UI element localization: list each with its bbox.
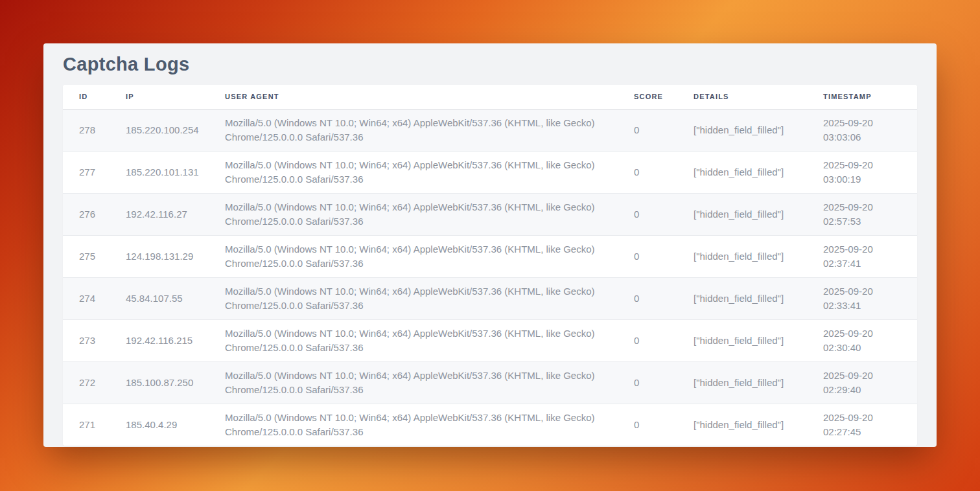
cell-timestamp: 2025-09-20 02:27:45 [807, 404, 917, 446]
cell-id: 272 [63, 361, 110, 404]
captcha-logs-card: Captcha Logs ID IP USER AGENT SCORE DETA… [43, 43, 937, 447]
captcha-logs-table: ID IP USER AGENT SCORE DETAILS TIMESTAMP… [63, 85, 917, 446]
cell-id: 275 [63, 235, 110, 277]
cell-score: 0 [618, 151, 677, 193]
cell-score: 0 [618, 361, 677, 404]
cell-user-agent: Mozilla/5.0 (Windows NT 10.0; Win64; x64… [209, 277, 618, 319]
cell-ip: 185.220.101.131 [110, 151, 209, 193]
cell-user-agent: Mozilla/5.0 (Windows NT 10.0; Win64; x64… [209, 109, 618, 151]
cell-user-agent: Mozilla/5.0 (Windows NT 10.0; Win64; x64… [209, 319, 618, 361]
page-background: Captcha Logs ID IP USER AGENT SCORE DETA… [0, 0, 980, 491]
cell-id: 273 [63, 319, 110, 361]
cell-user-agent: Mozilla/5.0 (Windows NT 10.0; Win64; x64… [209, 235, 618, 277]
cell-ip: 192.42.116.215 [110, 319, 209, 361]
cell-id: 277 [63, 151, 110, 193]
cell-details: ["hidden_field_filled"] [677, 193, 807, 235]
cell-details: ["hidden_field_filled"] [677, 235, 807, 277]
column-header-timestamp: TIMESTAMP [807, 85, 917, 109]
cell-id: 271 [63, 404, 110, 446]
column-header-ip: IP [110, 85, 209, 109]
cell-details: ["hidden_field_filled"] [677, 151, 807, 193]
table-body: 278 185.220.100.254 Mozilla/5.0 (Windows… [63, 109, 917, 446]
page-title: Captcha Logs [63, 43, 917, 85]
cell-timestamp: 2025-09-20 02:37:41 [807, 235, 917, 277]
cell-user-agent: Mozilla/5.0 (Windows NT 10.0; Win64; x64… [209, 151, 618, 193]
cell-ip: 124.198.131.29 [110, 235, 209, 277]
cell-user-agent: Mozilla/5.0 (Windows NT 10.0; Win64; x64… [209, 404, 618, 446]
cell-id: 276 [63, 193, 110, 235]
cell-details: ["hidden_field_filled"] [677, 277, 807, 319]
table-row: 271 185.40.4.29 Mozilla/5.0 (Windows NT … [63, 404, 917, 446]
column-header-score: SCORE [618, 85, 677, 109]
column-header-user-agent: USER AGENT [209, 85, 618, 109]
column-header-id: ID [63, 85, 110, 109]
cell-timestamp: 2025-09-20 03:03:06 [807, 109, 917, 151]
cell-timestamp: 2025-09-20 02:30:40 [807, 319, 917, 361]
table-row: 276 192.42.116.27 Mozilla/5.0 (Windows N… [63, 193, 917, 235]
cell-details: ["hidden_field_filled"] [677, 404, 807, 446]
cell-user-agent: Mozilla/5.0 (Windows NT 10.0; Win64; x64… [209, 193, 618, 235]
cell-score: 0 [618, 109, 677, 151]
cell-details: ["hidden_field_filled"] [677, 361, 807, 404]
cell-score: 0 [618, 277, 677, 319]
cell-ip: 185.100.87.250 [110, 361, 209, 404]
cell-timestamp: 2025-09-20 02:29:40 [807, 361, 917, 404]
table-row: 274 45.84.107.55 Mozilla/5.0 (Windows NT… [63, 277, 917, 319]
table-header-row: ID IP USER AGENT SCORE DETAILS TIMESTAMP [63, 85, 917, 109]
cell-ip: 45.84.107.55 [110, 277, 209, 319]
cell-ip: 185.40.4.29 [110, 404, 209, 446]
cell-ip: 185.220.100.254 [110, 109, 209, 151]
cell-details: ["hidden_field_filled"] [677, 319, 807, 361]
table-row: 275 124.198.131.29 Mozilla/5.0 (Windows … [63, 235, 917, 277]
cell-score: 0 [618, 235, 677, 277]
cell-score: 0 [618, 404, 677, 446]
cell-details: ["hidden_field_filled"] [677, 109, 807, 151]
cell-user-agent: Mozilla/5.0 (Windows NT 10.0; Win64; x64… [209, 361, 618, 404]
table-row: 273 192.42.116.215 Mozilla/5.0 (Windows … [63, 319, 917, 361]
cell-id: 278 [63, 109, 110, 151]
table-row: 277 185.220.101.131 Mozilla/5.0 (Windows… [63, 151, 917, 193]
cell-score: 0 [618, 193, 677, 235]
cell-score: 0 [618, 319, 677, 361]
column-header-details: DETAILS [677, 85, 807, 109]
cell-timestamp: 2025-09-20 03:00:19 [807, 151, 917, 193]
table-row: 272 185.100.87.250 Mozilla/5.0 (Windows … [63, 361, 917, 404]
logs-table-container: ID IP USER AGENT SCORE DETAILS TIMESTAMP… [63, 85, 917, 446]
cell-id: 274 [63, 277, 110, 319]
table-row: 278 185.220.100.254 Mozilla/5.0 (Windows… [63, 109, 917, 151]
cell-ip: 192.42.116.27 [110, 193, 209, 235]
cell-timestamp: 2025-09-20 02:33:41 [807, 277, 917, 319]
cell-timestamp: 2025-09-20 02:57:53 [807, 193, 917, 235]
